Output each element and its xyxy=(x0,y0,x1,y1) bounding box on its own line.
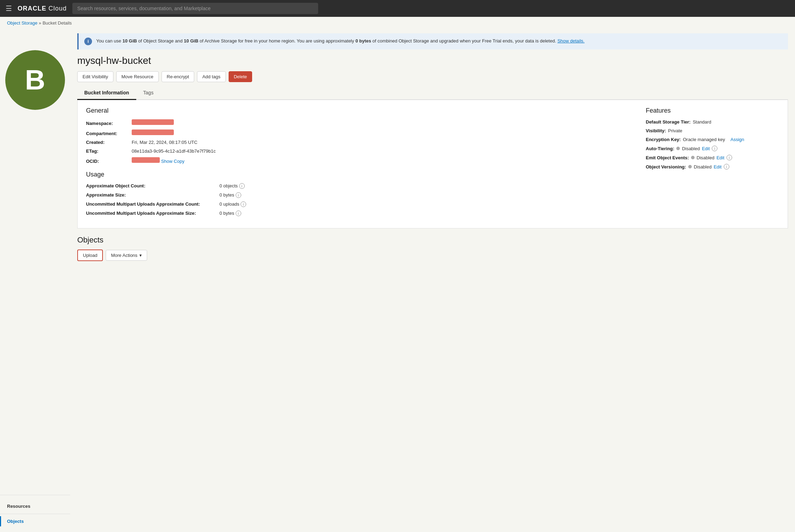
resources-sidebar-title: Resources xyxy=(0,501,70,512)
ocid-copy-button[interactable]: Copy xyxy=(174,159,184,164)
encryption-key-row: Encryption Key: Oracle managed key Assig… xyxy=(646,137,779,142)
uncommitted-size-row: Uncommitted Multipart Uploads Approximat… xyxy=(86,211,632,216)
object-versioning-value: Disabled xyxy=(694,164,712,169)
breadcrumb: Object Storage » Bucket Details xyxy=(0,17,795,29)
storage-tier-label: Default Storage Tier: xyxy=(646,119,691,125)
uncommitted-count-info-icon[interactable]: i xyxy=(241,201,246,207)
features-section: Features Default Storage Tier: Standard … xyxy=(646,107,779,220)
object-versioning-status-dot xyxy=(688,165,692,168)
encryption-key-label: Encryption Key: xyxy=(646,137,681,142)
object-count-info-icon[interactable]: i xyxy=(239,183,245,189)
ocid-row: OCID: Show Copy xyxy=(86,157,632,164)
approx-size-info-icon[interactable]: i xyxy=(236,192,241,198)
emit-events-value: Disabled xyxy=(697,155,715,160)
object-versioning-info-icon[interactable]: i xyxy=(724,164,729,169)
emit-events-edit-button[interactable]: Edit xyxy=(716,155,724,160)
page-title: mysql-hw-bucket xyxy=(77,55,788,66)
etag-label: ETag: xyxy=(86,148,132,154)
uncommitted-size-info-icon[interactable]: i xyxy=(236,211,241,216)
sidebar-item-objects[interactable]: Objects xyxy=(0,516,70,526)
approx-size-value: 0 bytes xyxy=(219,192,234,198)
ocid-value-redacted xyxy=(132,157,160,163)
resources-sidebar: Resources Objects xyxy=(0,495,70,532)
compartment-value-redacted xyxy=(132,129,174,135)
info-banner-text: You can use 10 GiB of Object Storage and… xyxy=(96,38,585,45)
add-tags-button[interactable]: Add tags xyxy=(197,71,225,82)
uncommitted-size-value: 0 bytes xyxy=(219,211,234,216)
objects-section-title: Objects xyxy=(77,235,788,245)
visibility-label: Visibility: xyxy=(646,128,666,133)
tab-content-bucket-information: General Namespace: Compartment: Created:… xyxy=(77,100,788,228)
auto-tiering-info-icon[interactable]: i xyxy=(712,146,717,151)
created-row: Created: Fri, Mar 22, 2024, 08:17:05 UTC xyxy=(86,140,632,145)
show-details-link[interactable]: Show details. xyxy=(557,38,584,44)
objects-toolbar: Upload More Actions ▾ xyxy=(77,250,788,261)
assign-button[interactable]: Assign xyxy=(730,137,744,142)
breadcrumb-current: Bucket Details xyxy=(42,20,72,26)
emit-events-status-dot xyxy=(691,156,695,159)
bucket-icon-area: B xyxy=(0,29,70,532)
object-count-value: 0 objects xyxy=(219,183,238,188)
objects-section: Objects Upload More Actions ▾ xyxy=(77,235,788,261)
hamburger-menu-icon[interactable]: ☰ xyxy=(6,4,12,13)
uncommitted-count-value: 0 uploads xyxy=(219,201,239,207)
main-content: i You can use 10 GiB of Object Storage a… xyxy=(70,29,795,532)
breadcrumb-separator: » xyxy=(39,20,41,26)
uncommitted-size-label: Uncommitted Multipart Uploads Approximat… xyxy=(86,211,219,216)
tab-bucket-information[interactable]: Bucket Information xyxy=(77,86,136,100)
bucket-info-grid: General Namespace: Compartment: Created:… xyxy=(86,107,779,220)
info-icon: i xyxy=(84,38,92,45)
features-title: Features xyxy=(646,107,779,114)
usage-section-title: Usage xyxy=(86,171,632,178)
visibility-value: Private xyxy=(668,128,682,133)
etag-row: ETag: 08e11da3-9c95-4c12-a1df-43b7e7f79b… xyxy=(86,148,632,154)
edit-visibility-button[interactable]: Edit Visibility xyxy=(77,71,113,82)
visibility-row: Visibility: Private xyxy=(646,128,779,133)
compartment-row: Compartment: xyxy=(86,129,632,136)
etag-value: 08e11da3-9c95-4c12-a1df-43b7e7f79b1c xyxy=(132,148,216,154)
approx-size-row: Approximate Size: 0 bytes i xyxy=(86,192,632,198)
created-label: Created: xyxy=(86,140,132,145)
uncommitted-count-row: Uncommitted Multipart Uploads Approximat… xyxy=(86,201,632,207)
oracle-cloud-logo: ORACLE Cloud xyxy=(18,5,67,12)
object-versioning-label: Object Versioning: xyxy=(646,164,686,169)
bucket-icon: B xyxy=(5,50,65,110)
auto-tiering-status-dot xyxy=(676,147,680,150)
auto-tiering-row: Auto-Tiering: Disabled Edit i xyxy=(646,146,779,151)
tab-tags[interactable]: Tags xyxy=(136,86,161,100)
storage-tier-row: Default Storage Tier: Standard xyxy=(646,119,779,125)
main-layout: B i You can use 10 GiB of Object Storage… xyxy=(0,29,795,532)
object-versioning-edit-button[interactable]: Edit xyxy=(714,164,721,169)
info-banner: i You can use 10 GiB of Object Storage a… xyxy=(77,33,788,49)
delete-button[interactable]: Delete xyxy=(229,71,252,82)
auto-tiering-edit-button[interactable]: Edit xyxy=(702,146,710,151)
breadcrumb-parent-link[interactable]: Object Storage xyxy=(7,20,38,26)
tab-bar: Bucket Information Tags xyxy=(77,86,788,100)
namespace-row: Namespace: xyxy=(86,119,632,126)
emit-events-label: Emit Object Events: xyxy=(646,155,689,160)
ocid-show-button[interactable]: Show xyxy=(161,159,173,164)
upload-button[interactable]: Upload xyxy=(77,250,103,261)
approx-size-label: Approximate Size: xyxy=(86,192,219,198)
bucket-info-left: General Namespace: Compartment: Created:… xyxy=(86,107,632,220)
more-actions-button[interactable]: More Actions ▾ xyxy=(106,250,147,261)
created-value: Fri, Mar 22, 2024, 08:17:05 UTC xyxy=(132,140,197,145)
bucket-header: mysql-hw-bucket Edit Visibility Move Res… xyxy=(70,55,795,86)
storage-tier-value: Standard xyxy=(693,119,711,125)
auto-tiering-label: Auto-Tiering: xyxy=(646,146,674,151)
more-actions-chevron-icon: ▾ xyxy=(139,253,142,258)
emit-events-info-icon[interactable]: i xyxy=(727,155,732,160)
top-navigation: ☰ ORACLE Cloud xyxy=(0,0,795,17)
namespace-value-redacted xyxy=(132,119,174,125)
object-versioning-row: Object Versioning: Disabled Edit i xyxy=(646,164,779,169)
compartment-label: Compartment: xyxy=(86,131,132,136)
move-resource-button[interactable]: Move Resource xyxy=(116,71,159,82)
sidebar-divider xyxy=(0,514,70,514)
object-count-row: Approximate Object Count: 0 objects i xyxy=(86,183,632,189)
encryption-key-value: Oracle managed key xyxy=(683,137,725,142)
re-encrypt-button[interactable]: Re-encrypt xyxy=(162,71,195,82)
more-actions-label: More Actions xyxy=(111,253,137,258)
general-section-title: General xyxy=(86,107,632,114)
global-search-input[interactable] xyxy=(72,3,318,14)
bucket-icon-letter: B xyxy=(25,64,45,96)
